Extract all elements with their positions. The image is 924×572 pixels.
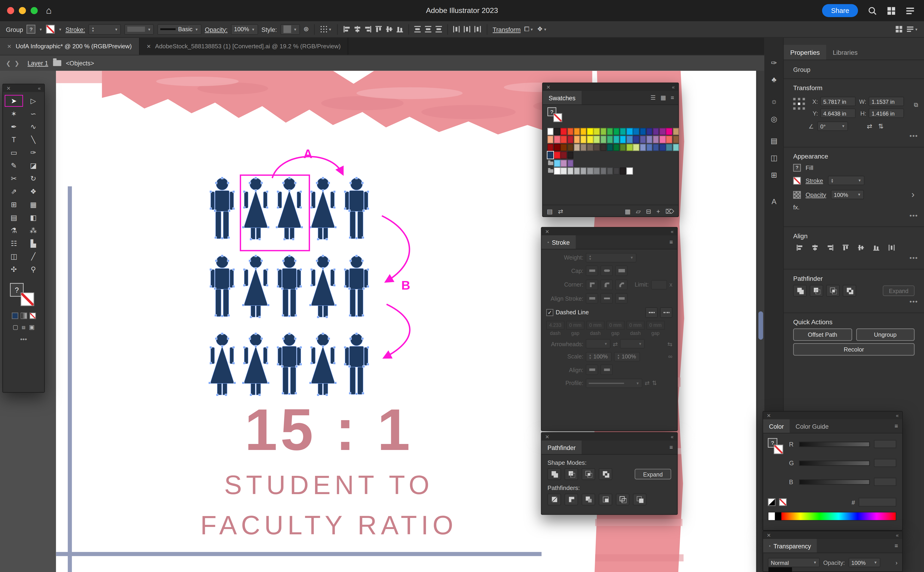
color-swatch[interactable] xyxy=(547,144,554,151)
stepper-icon[interactable]: ▲▼ xyxy=(91,26,95,32)
reference-point-locator[interactable] xyxy=(793,98,806,111)
opacity-combo[interactable]: 100%▼ xyxy=(831,190,864,199)
gradient-mode-icon[interactable] xyxy=(20,312,27,319)
close-panel-icon[interactable]: ✕ xyxy=(546,84,550,90)
draw-normal-icon[interactable]: ▢ xyxy=(12,324,18,331)
transform-link[interactable]: Transform xyxy=(493,26,521,33)
color-swatch[interactable] xyxy=(633,136,639,143)
stroke-swatch[interactable] xyxy=(793,177,801,184)
color-swatch[interactable] xyxy=(587,144,593,151)
align-left-icon[interactable] xyxy=(343,25,350,33)
color-swatch[interactable] xyxy=(587,168,593,175)
green-slider[interactable] xyxy=(799,460,870,465)
hand-tool[interactable]: ✣ xyxy=(4,263,23,276)
person-figure-woman[interactable] xyxy=(240,333,271,400)
color-swatch[interactable] xyxy=(666,128,673,135)
stroke-proxy[interactable] xyxy=(553,113,562,122)
color-swatch[interactable] xyxy=(613,128,620,135)
opacity-link[interactable]: Opacity: xyxy=(205,26,228,33)
person-figure-woman[interactable] xyxy=(240,177,271,244)
close-panel-icon[interactable]: ✕ xyxy=(767,532,771,538)
opacity-link[interactable]: Opacity xyxy=(806,191,826,198)
color-swatch[interactable] xyxy=(659,144,666,151)
person-figure-man[interactable] xyxy=(207,255,237,322)
color-swatch[interactable] xyxy=(673,144,679,151)
snap-options-icon[interactable]: ▼ xyxy=(320,25,332,33)
color-swatch[interactable] xyxy=(640,128,646,135)
color-swatch[interactable] xyxy=(561,136,567,143)
brushes-panel-icon[interactable]: ✑ xyxy=(764,56,784,70)
color-swatch[interactable] xyxy=(600,128,606,135)
align-center-vertical-icon[interactable] xyxy=(386,25,393,33)
color-swatch[interactable] xyxy=(561,168,567,175)
recolor-artwork-icon[interactable]: ⊛ xyxy=(303,25,309,33)
color-swatch[interactable] xyxy=(587,136,593,143)
color-swatch[interactable] xyxy=(594,168,600,175)
swatch-options-icon[interactable]: ▱ xyxy=(636,207,641,214)
color-swatch[interactable] xyxy=(587,128,593,135)
dock-options-icon[interactable]: ▼ xyxy=(907,25,918,33)
tab-transparency[interactable]: ◦Transparency xyxy=(763,539,817,553)
align-panel-icon[interactable]: ◎ xyxy=(764,111,784,126)
color-swatch[interactable] xyxy=(666,144,673,151)
more-options-icon[interactable]: ❖▼ xyxy=(537,25,547,33)
tab-color[interactable]: Color xyxy=(763,419,790,433)
list-view-icon[interactable]: ☰ xyxy=(651,94,656,101)
color-swatch[interactable] xyxy=(594,128,600,135)
none-mode-icon[interactable] xyxy=(29,312,36,319)
color-swatch[interactable] xyxy=(640,144,646,151)
back-forward-icons[interactable]: ❮❯ xyxy=(6,60,23,66)
stroke-weight-combo[interactable]: ▲▼▼ xyxy=(828,176,864,185)
close-panel-icon[interactable]: ✕ xyxy=(6,85,11,91)
stroke-align-center-icon[interactable] xyxy=(586,293,598,304)
color-swatch[interactable] xyxy=(600,168,606,175)
color-swatch[interactable] xyxy=(574,168,580,175)
color-swatch[interactable] xyxy=(580,144,587,151)
distribute-right-icon[interactable] xyxy=(474,25,481,33)
scrollbar-thumb[interactable] xyxy=(758,311,763,339)
trim-icon[interactable] xyxy=(564,494,578,505)
color-swatch[interactable] xyxy=(574,136,580,143)
collapse-panel-icon[interactable]: « xyxy=(672,84,675,90)
color-spectrum-bar[interactable] xyxy=(768,512,896,521)
stroke-proxy[interactable] xyxy=(20,292,34,306)
style-combo[interactable]: ▼ xyxy=(281,24,300,34)
outline-icon[interactable] xyxy=(616,494,629,505)
rectangle-tool[interactable]: ▭ xyxy=(4,146,23,159)
close-tab-icon[interactable]: ✕ xyxy=(146,44,151,50)
align-top-icon[interactable] xyxy=(839,242,852,253)
distribute-top-icon[interactable] xyxy=(414,25,421,33)
color-swatch[interactable] xyxy=(613,136,620,143)
color-swatch[interactable] xyxy=(620,136,626,143)
fx-button[interactable]: fx. xyxy=(793,204,800,211)
symbol-sprayer-tool[interactable]: ☷ xyxy=(4,237,23,250)
color-swatch[interactable] xyxy=(574,128,580,135)
color-swatch[interactable] xyxy=(673,128,679,135)
direct-selection-tool[interactable]: ▷ xyxy=(23,94,43,107)
minus-back-icon[interactable] xyxy=(633,494,646,505)
color-swatch[interactable] xyxy=(547,128,554,135)
fill-swatch[interactable]: ? xyxy=(793,164,801,171)
align-center-horizontal-icon[interactable] xyxy=(353,25,361,33)
color-swatch[interactable] xyxy=(547,152,554,159)
collapse-panel-icon[interactable]: « xyxy=(671,434,674,440)
color-swatch[interactable] xyxy=(561,160,567,166)
person-figure-man[interactable] xyxy=(274,333,305,400)
red-value-field[interactable] xyxy=(874,440,896,448)
arrange-documents-icon[interactable] xyxy=(895,25,903,33)
curvature-tool[interactable]: ∿ xyxy=(23,120,43,133)
person-figure-man[interactable] xyxy=(341,177,372,244)
color-swatch[interactable] xyxy=(554,168,560,175)
person-figure-woman[interactable] xyxy=(274,177,305,244)
document-tab-inactive[interactable]: ✕ AdobeStock_588138853 (1) [Converted].a… xyxy=(140,38,348,55)
hex-field[interactable] xyxy=(859,498,896,507)
offset-path-button[interactable]: Offset Path xyxy=(793,328,852,341)
person-figure-woman[interactable] xyxy=(308,255,338,322)
bevel-join-icon[interactable] xyxy=(615,279,628,290)
w-field[interactable]: 1.1537 in xyxy=(868,96,904,106)
color-swatch[interactable] xyxy=(580,128,587,135)
person-figure-man[interactable] xyxy=(207,177,237,244)
tab-pathfinder[interactable]: Pathfinder xyxy=(541,440,581,454)
exclude-shape-icon[interactable] xyxy=(599,468,612,480)
draw-inside-icon[interactable]: ▣ xyxy=(29,324,34,331)
